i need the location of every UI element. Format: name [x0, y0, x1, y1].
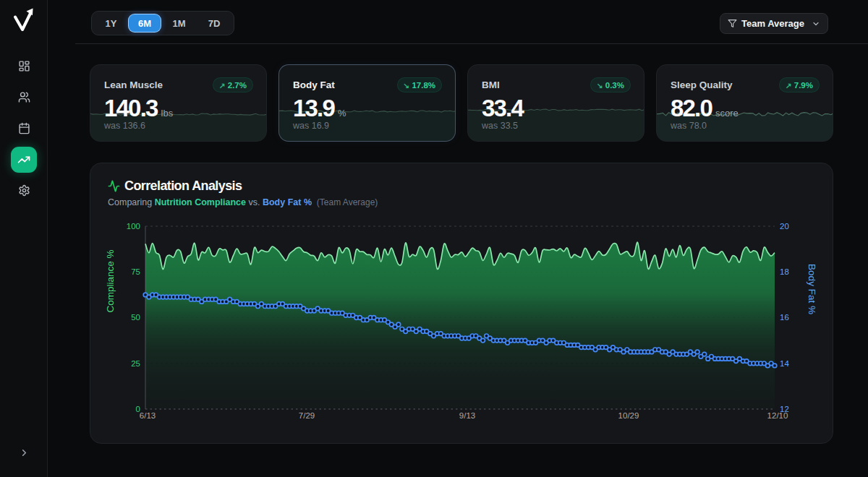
- svg-text:7/29: 7/29: [299, 411, 315, 420]
- svg-text:6/13: 6/13: [140, 411, 156, 420]
- svg-text:50: 50: [131, 313, 140, 322]
- svg-text:75: 75: [131, 267, 140, 276]
- svg-text:10/29: 10/29: [618, 411, 639, 420]
- svg-text:18: 18: [780, 267, 789, 276]
- svg-text:20: 20: [780, 222, 789, 231]
- svg-text:16: 16: [780, 313, 789, 322]
- svg-text:Body Fat %: Body Fat %: [807, 264, 817, 314]
- svg-text:Compliance %: Compliance %: [105, 249, 116, 312]
- svg-text:12/10: 12/10: [767, 411, 788, 420]
- svg-text:9/13: 9/13: [459, 411, 475, 420]
- svg-text:100: 100: [127, 222, 140, 231]
- svg-text:14: 14: [780, 359, 789, 368]
- svg-text:25: 25: [131, 359, 140, 368]
